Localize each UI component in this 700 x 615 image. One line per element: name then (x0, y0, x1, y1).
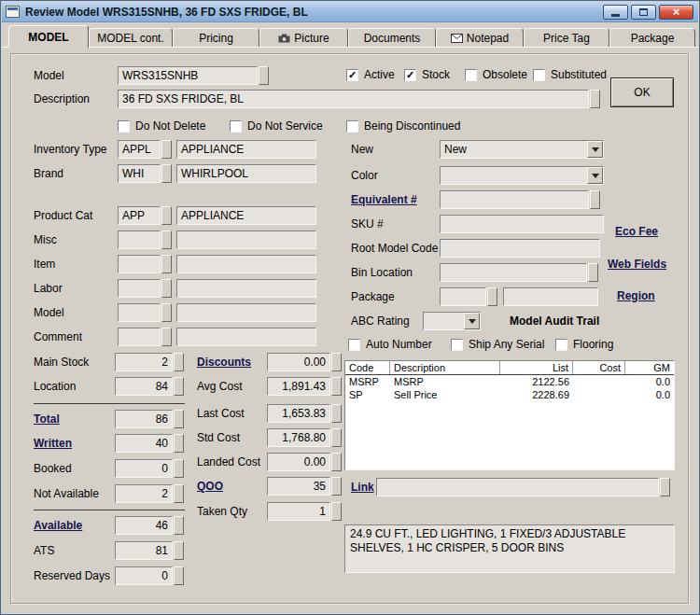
inventory-type-lookup-button[interactable] (161, 140, 172, 159)
not-available-spin[interactable] (174, 484, 184, 503)
tab-model-cont[interactable]: MODEL cont. (89, 28, 173, 47)
bin-location-lookup-button[interactable] (588, 263, 598, 282)
tab-picture[interactable]: Picture (259, 28, 348, 47)
item-code-field[interactable] (118, 255, 161, 273)
being-discontinued-checkbox[interactable] (346, 120, 358, 133)
tab-price-tag[interactable]: Price Tag (524, 28, 609, 47)
package-lookup-button[interactable] (487, 287, 497, 306)
main-stock-field[interactable]: 2 (115, 353, 173, 371)
equivalent-lookup-button[interactable] (590, 190, 600, 209)
qoo-link[interactable]: QOO (197, 480, 223, 493)
last-cost-tail[interactable] (331, 404, 342, 423)
price-table-row-msrp[interactable]: MSRP MSRP 2122.56 0.0 (345, 375, 674, 388)
not-available-field: 2 (115, 484, 173, 503)
do-not-delete-checkbox[interactable] (118, 120, 130, 133)
minimize-button[interactable] (603, 5, 628, 20)
available-link[interactable]: Available (34, 519, 82, 532)
tab-notepad[interactable]: Notepad (436, 28, 524, 47)
new-status-dropdown[interactable]: New (440, 140, 604, 159)
comment-lookup-button[interactable] (161, 328, 172, 346)
item-lookup-button[interactable] (161, 255, 172, 273)
stock-checkbox[interactable] (404, 69, 416, 81)
location-spin[interactable] (174, 377, 184, 396)
qoo-tail[interactable] (331, 477, 342, 496)
comment-name-field (176, 328, 316, 346)
price-table-row-sp[interactable]: SP Sell Price 2228.69 0.0 (345, 388, 674, 401)
avg-cost-field: 1,891.43 (267, 377, 330, 396)
model-field[interactable]: WRS315SNHB (118, 66, 258, 85)
substituted-checkbox[interactable] (533, 69, 545, 81)
tab-model[interactable]: MODEL (8, 25, 89, 48)
tab-package[interactable]: Package (609, 28, 695, 47)
taken-qty-tail[interactable] (331, 502, 342, 521)
ats-spin[interactable] (174, 541, 184, 560)
discounts-tail[interactable] (331, 353, 342, 371)
reserved-days-field[interactable]: 0 (115, 566, 173, 585)
labor-code-field[interactable] (118, 279, 161, 298)
auto-number-checkbox[interactable] (348, 339, 360, 351)
booked-label: Booked (34, 462, 72, 475)
bin-location-field[interactable] (440, 263, 587, 282)
equivalent-link[interactable]: Equivalent # (351, 193, 417, 206)
description-lookup-button[interactable] (590, 90, 600, 108)
product-cat-lookup-button[interactable] (161, 206, 172, 225)
description-field[interactable]: 36 FD SXS FRIDGE, BL (118, 90, 589, 108)
abc-rating-arrow-button[interactable] (464, 313, 480, 329)
sp-description: Sell Price (390, 388, 500, 401)
picture-icon (278, 34, 290, 43)
eco-fee-link[interactable]: Eco Fee (615, 225, 658, 238)
do-not-service-checkbox[interactable] (230, 120, 242, 133)
model2-lookup-button[interactable] (161, 303, 172, 322)
ok-button[interactable]: OK (610, 77, 674, 107)
close-button[interactable]: × (659, 5, 693, 20)
reserved-days-spin[interactable] (174, 566, 184, 585)
brand-code-field[interactable]: WHI (118, 164, 161, 183)
product-cat-code-field[interactable]: APP (118, 206, 161, 225)
model-notes-field[interactable]: 24.9 CU FT., LED LIGHTING, 1 FIXED/3 ADJ… (344, 524, 675, 573)
written-spin[interactable] (174, 434, 184, 453)
misc-code-field[interactable] (118, 231, 161, 249)
total-spin[interactable] (174, 410, 184, 428)
root-model-code-field[interactable] (440, 239, 600, 258)
title-bar[interactable]: Review Model WRS315SNHB, 36 FD SXS FRIDG… (2, 2, 698, 22)
written-link[interactable]: Written (34, 437, 72, 450)
color-dropdown[interactable] (440, 166, 604, 185)
active-checkbox[interactable] (346, 69, 358, 81)
avg-cost-tail[interactable] (331, 377, 342, 396)
package-code-field[interactable] (440, 287, 486, 306)
obsolete-checkbox[interactable] (465, 69, 477, 81)
tab-documents[interactable]: Documents (348, 28, 436, 47)
booked-spin[interactable] (174, 459, 184, 478)
labor-label: Labor (34, 282, 63, 295)
sku-field[interactable] (440, 215, 604, 233)
color-arrow-button[interactable] (587, 167, 603, 184)
discounts-link[interactable]: Discounts (197, 356, 251, 369)
std-cost-tail[interactable] (331, 428, 342, 447)
ship-any-serial-checkbox[interactable] (451, 339, 463, 351)
equivalent-field[interactable] (440, 190, 589, 209)
model-audit-trail-link[interactable]: Model Audit Trail (510, 314, 599, 328)
model2-code-field[interactable] (118, 303, 161, 322)
flooring-checkbox[interactable] (555, 339, 567, 351)
inventory-type-code-field[interactable]: APPL (118, 140, 161, 159)
web-fields-link[interactable]: Web Fields (608, 258, 666, 271)
region-link[interactable]: Region (617, 289, 655, 302)
maximize-button[interactable] (631, 5, 656, 20)
abc-rating-dropdown[interactable] (423, 312, 481, 330)
main-stock-spin[interactable] (174, 353, 184, 371)
landed-cost-tail[interactable] (331, 453, 342, 471)
tab-pricing[interactable]: Pricing (173, 28, 259, 47)
brand-lookup-button[interactable] (161, 164, 172, 183)
location-field[interactable]: 84 (115, 377, 173, 396)
labor-lookup-button[interactable] (161, 279, 172, 298)
link-field[interactable] (376, 478, 659, 496)
total-link[interactable]: Total (34, 412, 60, 426)
new-status-arrow-button[interactable] (587, 141, 603, 158)
chevron-down-icon (469, 319, 476, 324)
link-lookup-button[interactable] (660, 478, 670, 496)
comment-code-field[interactable] (118, 328, 161, 346)
misc-lookup-button[interactable] (161, 231, 172, 249)
available-spin[interactable] (174, 516, 184, 535)
model-lookup-button[interactable] (259, 66, 269, 85)
link-link[interactable]: Link (351, 481, 374, 494)
